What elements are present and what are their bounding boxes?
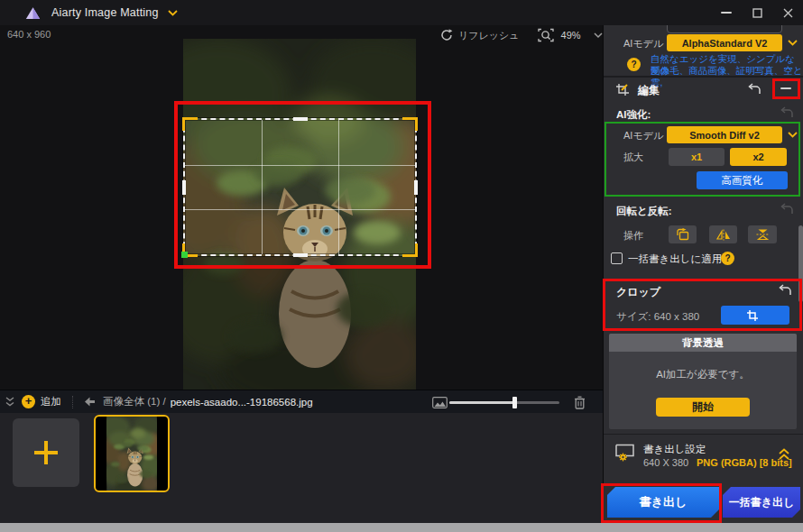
thumbnail-size-icon — [432, 397, 448, 408]
maximize-button[interactable] — [742, 0, 772, 25]
crop-size-label: サイズ: 640 x 380 — [616, 310, 699, 324]
slider-handle[interactable] — [512, 397, 517, 408]
zoom-magnifier-icon[interactable] — [538, 28, 554, 42]
ai-model-chevron-icon[interactable] — [784, 34, 800, 51]
app-title: Aiarty Image Matting — [51, 6, 159, 19]
grid-line — [185, 209, 415, 210]
panel-scrollbar[interactable] — [798, 225, 803, 302]
back-arrow-icon[interactable] — [84, 397, 96, 407]
plus-icon: + — [22, 395, 35, 408]
edit-crop-icon — [615, 83, 630, 96]
crop-handle-bottom[interactable] — [293, 253, 308, 257]
current-filename: pexels-asaado...-19186568.jpg — [171, 397, 313, 408]
add-image-tile[interactable] — [13, 418, 79, 487]
crop-handle-bottom-right[interactable] — [402, 243, 418, 257]
export-button[interactable]: 書き出し — [607, 487, 719, 518]
apply-batch-label: 一括書き出しに適用 — [628, 252, 722, 266]
plus-icon — [34, 441, 58, 464]
enhance-title: AI強化: — [616, 108, 651, 122]
enhance-model-label: AIモデル — [623, 129, 663, 142]
crop-handle-left[interactable] — [182, 180, 186, 195]
rotate-section-title: 回転と反転: — [616, 205, 672, 218]
trash-icon[interactable] — [574, 396, 586, 409]
close-icon — [783, 8, 793, 18]
background-removal-title: 背景透過 — [609, 334, 797, 352]
breadcrumb[interactable]: 画像全体 (1) / — [103, 395, 166, 408]
apply-batch-checkbox[interactable] — [611, 252, 623, 264]
background-removal-message: AI加工が必要です。 — [609, 368, 797, 381]
divider — [72, 396, 73, 408]
export-settings-title: 書き出し設定 — [643, 443, 706, 456]
title-chevron-down-icon[interactable] — [168, 10, 178, 16]
batch-help-icon[interactable]: ? — [721, 252, 734, 265]
crop-icon — [747, 310, 758, 321]
crop-handle-top-right[interactable] — [402, 117, 418, 131]
background-removal-section: 背景透過 AI加工が必要です。 開始 — [609, 334, 797, 429]
flip-horizontal-button[interactable] — [709, 225, 737, 243]
export-settings-icon — [614, 444, 635, 462]
help-icon[interactable]: ? — [627, 58, 641, 71]
enhance-undo-icon[interactable] — [780, 106, 794, 118]
scale-label: 拡大 — [623, 151, 643, 164]
zoom-chevron-down-icon[interactable] — [594, 32, 603, 39]
hq-enhance-button[interactable]: 高画質化 — [697, 171, 788, 189]
scale-x2-button[interactable]: x2 — [730, 148, 787, 166]
app-window: Aiarty Image Matting 640 x 960 リフレッシュ — [0, 0, 803, 532]
crop-handle-right[interactable] — [414, 180, 418, 195]
collapse-export-chevrons-icon[interactable] — [778, 448, 790, 461]
ai-model-label: AIモデル — [623, 37, 663, 50]
crop-selection[interactable] — [183, 118, 417, 256]
crop-shade-top — [183, 39, 416, 118]
edit-section-title: 編集 — [638, 83, 660, 98]
minimize-icon — [721, 12, 732, 14]
crop-reset-button[interactable] — [721, 306, 789, 325]
export-size: 640 X 380 — [643, 457, 688, 468]
add-image-button[interactable]: + 追加 — [14, 395, 61, 408]
app-logo-icon — [25, 6, 41, 20]
separator — [604, 434, 803, 435]
minimize-button[interactable] — [711, 0, 742, 25]
file-bar: + 追加 画像全体 (1) / pexels-asaado...-1918656… — [0, 390, 603, 413]
refresh-icon[interactable] — [440, 29, 453, 41]
batch-export-button[interactable]: 一括書き出し — [723, 487, 800, 518]
crop-handle-top-left[interactable] — [182, 117, 198, 131]
thumbnail-strip — [0, 413, 603, 523]
thumbnail-selected[interactable] — [94, 415, 170, 492]
gear-icon — [619, 454, 627, 462]
crop-undo-icon[interactable] — [779, 284, 792, 296]
rotate-icon — [676, 228, 690, 241]
image-dimensions-label: 640 x 960 — [7, 29, 51, 40]
separator — [604, 76, 803, 78]
crop-section-title: クロップ — [616, 285, 660, 300]
close-button[interactable] — [772, 0, 803, 25]
flip-vertical-button[interactable] — [748, 225, 777, 243]
rotate-button[interactable] — [669, 225, 697, 243]
ai-model-dropdown[interactable]: AlphaStandard V2 — [667, 34, 782, 51]
collapse-section-button[interactable] — [780, 87, 791, 89]
zoom-value: 49% — [561, 30, 581, 41]
image-canvas: 640 x 960 リフレッシュ 49% — [0, 25, 603, 390]
slider-fill — [449, 401, 514, 404]
edit-undo-icon[interactable] — [748, 83, 761, 95]
thumbnail-size-slider[interactable] — [449, 401, 559, 404]
title-bar: Aiarty Image Matting — [0, 0, 803, 25]
add-label: 追加 — [41, 395, 61, 408]
partial-dropdown-above[interactable] — [667, 25, 782, 33]
grid-line — [262, 120, 263, 254]
start-button[interactable]: 開始 — [656, 398, 750, 417]
scale-x1-button[interactable]: x1 — [669, 148, 725, 166]
flip-vertical-icon — [756, 228, 770, 241]
rotate-undo-icon[interactable] — [780, 203, 794, 215]
crop-handle-top[interactable] — [293, 117, 308, 121]
enhance-model-dropdown[interactable]: Smooth Diff v2 — [667, 126, 782, 143]
ops-label: 操作 — [623, 229, 643, 243]
grid-line — [338, 120, 339, 254]
right-panel: AIモデル AlphaStandard V2 ? 自然なエッジを実現、シンプルな… — [603, 25, 803, 523]
enhance-model-chevron-icon[interactable] — [784, 126, 800, 143]
refresh-label[interactable]: リフレッシュ — [458, 29, 520, 42]
crop-shade-bottom — [183, 256, 416, 390]
collapse-panel-icon[interactable] — [5, 396, 14, 408]
window-bottom-edge — [0, 523, 803, 532]
grid-line — [185, 165, 415, 166]
crop-anchor-dot — [181, 252, 188, 258]
